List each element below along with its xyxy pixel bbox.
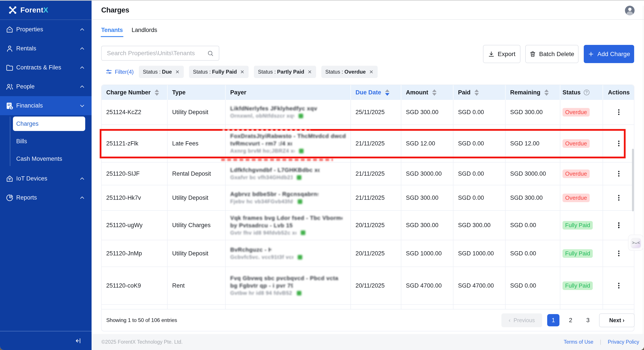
- svg-text:$: $: [10, 106, 12, 109]
